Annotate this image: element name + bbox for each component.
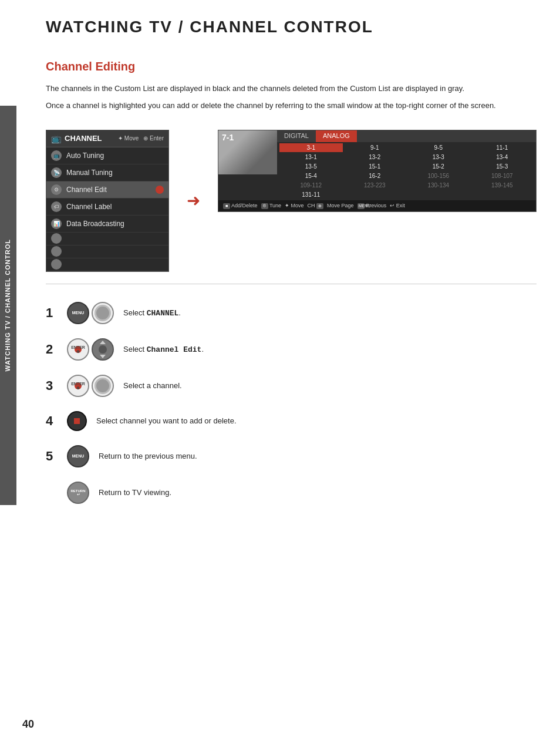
step-3-number: 3	[46, 378, 58, 393]
step-3: 3 ENTER⊕ Select a channel.	[46, 375, 537, 397]
step-2-buttons: ENTER⊕	[67, 338, 114, 361]
menu-item-auto-tuning[interactable]: 📺 Auto Tuning	[46, 147, 168, 164]
menu-item-manual-tuning[interactable]: 📡 Manual Tuning	[46, 164, 168, 181]
extra3-icon	[51, 259, 62, 270]
channel-edit-active-dot	[156, 186, 164, 194]
channel-cell-18[interactable]: 130-134	[407, 181, 470, 190]
side-tab-label: WATCHING TV / CHANNEL CONTROL	[4, 239, 12, 371]
status-ch: CH ⊕	[308, 203, 324, 209]
channel-cell-0[interactable]: 3-1	[279, 143, 343, 152]
channel-cell-20[interactable]: 131-11	[279, 190, 343, 199]
menu-item-channel-label[interactable]: 🏷 Channel Label	[46, 198, 168, 216]
channel-menu-title: 📺 CHANNEL	[51, 134, 102, 143]
channel-cell-22	[407, 190, 470, 199]
menu-button-5[interactable]: MENU	[67, 445, 89, 467]
extra1-icon	[51, 233, 62, 244]
channel-edit-screen: 7-1 DIGITAL ANALOG 3-1 9-1 9-5 11-1 13-1…	[218, 130, 537, 212]
preview-channel-number: 7-1	[222, 133, 234, 142]
channel-cell-1[interactable]: 9-1	[343, 143, 407, 152]
page-number: 40	[22, 718, 34, 731]
section-heading: Channel Editing	[46, 60, 537, 73]
step-return-text: Return to TV viewing.	[99, 488, 171, 497]
step-1-text: Select CHANNEL.	[123, 308, 181, 318]
channel-cell-16[interactable]: 109-112	[279, 181, 343, 190]
step-2-number: 2	[46, 342, 58, 357]
menu-item-extra3	[46, 258, 168, 271]
channel-cell-14[interactable]: 100-156	[407, 171, 470, 180]
channel-grid: 3-1 9-1 9-5 11-1 13-1 13-2 13-3 13-4 13-…	[277, 142, 536, 200]
channel-cell-17[interactable]: 123-223	[343, 181, 407, 190]
enter-button-3[interactable]: ENTER⊕	[67, 375, 89, 397]
status-tune: ® Tune	[261, 203, 282, 209]
channel-cell-9[interactable]: 15-1	[343, 162, 407, 171]
return-button[interactable]: RETURN↩	[67, 482, 89, 504]
channel-cell-21	[343, 190, 407, 199]
dial-inner-1	[95, 305, 111, 321]
step-4-text: Select channel you want to add or delete…	[96, 416, 237, 425]
dial-inner-3	[95, 378, 111, 394]
enter-button-2[interactable]: ENTER⊕	[67, 338, 89, 361]
demo-area: 📺 CHANNEL ✦ Move ⊕ Enter 📺 Auto Tuning 📡…	[46, 130, 537, 272]
side-tab: WATCHING TV / CHANNEL CONTROL	[0, 106, 16, 505]
dot-button-4[interactable]	[67, 411, 87, 431]
channel-cell-2[interactable]: 9-5	[407, 143, 470, 152]
channel-edit-icon: ⚙	[51, 184, 62, 195]
preview-box: 7-1	[218, 130, 277, 174]
menu-item-extra1	[46, 233, 168, 245]
channel-cell-8[interactable]: 13-5	[279, 162, 343, 171]
nav-cluster-2[interactable]	[92, 338, 114, 361]
channel-cell-4[interactable]: 13-1	[279, 153, 343, 161]
menu-button-1[interactable]: MENU	[67, 302, 89, 324]
channel-cell-7[interactable]: 13-4	[471, 153, 534, 161]
section-divider	[46, 284, 537, 284]
status-move-page: Move Page	[327, 203, 354, 208]
extra2-icon	[51, 246, 62, 257]
channel-cell-13[interactable]: 16-2	[343, 171, 407, 180]
menu-item-channel-edit[interactable]: ⚙ Channel Edit	[46, 181, 168, 198]
step-1-number: 1	[46, 305, 58, 321]
status-exit: ↩ Exit	[390, 203, 405, 208]
step-5-number: 5	[46, 449, 58, 464]
status-add-delete: ■ Add/Delete	[223, 203, 258, 209]
step-4-buttons	[67, 411, 87, 431]
status-menu: MENU Previous	[357, 203, 387, 209]
nav-inner-2	[99, 345, 107, 354]
channel-cell-5[interactable]: 13-2	[343, 153, 407, 161]
tab-analog[interactable]: ANALOG	[316, 130, 357, 142]
dial-button-3[interactable]	[92, 375, 114, 397]
data-broadcasting-icon: 📊	[51, 218, 62, 229]
step-3-text: Select a channel.	[123, 381, 182, 390]
step-4: 4 Select channel you want to add or dele…	[46, 411, 537, 431]
steps-area: 1 MENU Select CHANNEL. 2 ENTER⊕	[46, 302, 537, 504]
page-title: WATCHING TV / CHANNEL CONTROL	[46, 18, 537, 36]
step-2-text: Select Channel Edit.	[123, 345, 204, 354]
status-bar: ■ Add/Delete ® Tune ✦ Move CH ⊕ Move Pag…	[218, 200, 536, 211]
channel-cell-3[interactable]: 11-1	[471, 143, 534, 152]
menu-item-data-broadcasting[interactable]: 📊 Data Broadcasting	[46, 216, 168, 233]
description-1: The channels in the Custom List are disp…	[46, 83, 537, 95]
edit-screen-top: 7-1 DIGITAL ANALOG 3-1 9-1 9-5 11-1 13-1…	[218, 130, 536, 200]
step-4-number: 4	[46, 413, 58, 429]
channel-grid-wrapper: DIGITAL ANALOG 3-1 9-1 9-5 11-1 13-1 13-…	[277, 130, 536, 200]
channel-menu: 📺 CHANNEL ✦ Move ⊕ Enter 📺 Auto Tuning 📡…	[46, 130, 169, 272]
step-return: 6 RETURN↩ Return to TV viewing.	[46, 482, 537, 504]
channel-cell-6[interactable]: 13-3	[407, 153, 470, 161]
channel-cell-12[interactable]: 15-4	[279, 171, 343, 180]
channel-label-icon: 🏷	[51, 201, 62, 212]
channel-menu-header: 📺 CHANNEL ✦ Move ⊕ Enter	[46, 130, 168, 147]
channel-cell-10[interactable]: 15-2	[407, 162, 470, 171]
channel-cell-19[interactable]: 139-145	[471, 181, 534, 190]
dial-button-1[interactable]	[92, 302, 114, 324]
step-2: 2 ENTER⊕ Select Channel Edit.	[46, 338, 537, 361]
channel-menu-header-icons: ✦ Move ⊕ Enter	[118, 135, 164, 142]
tab-digital[interactable]: DIGITAL	[277, 130, 316, 142]
step-1-buttons: MENU	[67, 302, 114, 324]
menu-item-extra2	[46, 245, 168, 258]
step-3-buttons: ENTER⊕	[67, 375, 114, 397]
tab-row: DIGITAL ANALOG	[277, 130, 536, 142]
description-2: Once a channel is highlighted you can ad…	[46, 100, 537, 112]
channel-cell-15[interactable]: 108-107	[471, 171, 534, 180]
step-5: 5 MENU Return to the previous menu.	[46, 445, 537, 467]
channel-cell-11[interactable]: 15-3	[471, 162, 534, 171]
status-move: ✦ Move	[285, 203, 304, 208]
